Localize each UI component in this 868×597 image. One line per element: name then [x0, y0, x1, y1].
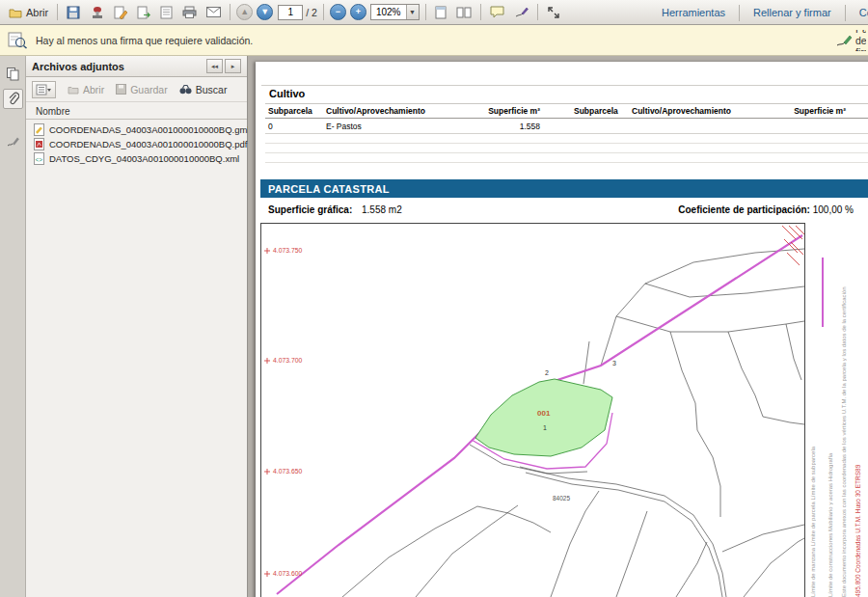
fill-sign-button[interactable]: Rellenar y firmar	[744, 7, 841, 18]
save-attachment-icon	[116, 84, 126, 95]
attachment-search-button[interactable]: Buscar	[179, 84, 228, 95]
page-thumbnails-tab[interactable]	[3, 64, 23, 84]
toolbar-separator	[845, 5, 846, 21]
print-button[interactable]	[177, 3, 202, 22]
toolbar-separator	[57, 4, 58, 20]
parcela-catastral-banner: PARCELA CATASTRAL	[260, 179, 868, 198]
two-page-view-button[interactable]	[451, 3, 476, 22]
open-button-label: Abrir	[26, 7, 48, 18]
attachments-options-dropdown[interactable]	[32, 81, 56, 98]
page-total-label: / 2	[306, 7, 317, 18]
row-divider	[265, 143, 868, 144]
chevron-down-icon[interactable]: ▼	[406, 5, 419, 19]
binoculars-icon	[179, 84, 192, 95]
zoom-out-button[interactable]: −	[330, 4, 346, 20]
coeficiente-value: 100,00 %	[813, 204, 854, 215]
pages-icon	[6, 67, 20, 81]
document-area[interactable]: Cultivo Subparcela Cultivo/Aprovechamien…	[248, 56, 868, 597]
zoom-level-select[interactable]: 102% ▼	[370, 4, 420, 20]
row-divider	[265, 152, 868, 153]
superficie-grafica-label: Superficie gráfica:	[268, 204, 352, 215]
signature-message-bar: Hay al menos una firma que requiere vali…	[0, 25, 868, 56]
edit-page-button[interactable]	[109, 3, 132, 22]
toolbar-right-group: Herramientas Rellenar y firmar Comentari…	[652, 0, 868, 25]
stamp-button[interactable]	[86, 3, 109, 22]
northing-label: 4.073.700	[273, 357, 302, 364]
row-divider	[265, 162, 868, 163]
attachments-file-list: COORDENADAS_04003A001000010000BQ.gml COO…	[26, 120, 247, 166]
signature-panel-button[interactable]: Panel de firma	[835, 30, 866, 51]
attachments-panel: Archivos adjuntos ◂◂ ▸ Abrir Guardar Bus…	[26, 56, 248, 597]
main-toolbar: Abrir ▲ ▼ / 2 − + 102% ▼ Herramientas Re…	[0, 0, 868, 25]
col-superficie-right: Superficie m²	[757, 106, 846, 116]
manzana-label: 84025	[553, 495, 570, 502]
cadastral-map[interactable]: 4.073.750 4.073.700 4.073.650 4.073.600 …	[260, 223, 805, 597]
zoom-in-button[interactable]: +	[350, 4, 366, 20]
signature-icon	[6, 134, 20, 149]
attachment-open-button[interactable]: Abrir	[68, 84, 104, 95]
col-superficie-left: Superficie m²	[448, 106, 540, 116]
attachment-open-label: Abrir	[83, 84, 104, 95]
pdf-file-icon	[34, 138, 44, 150]
xml-file-icon: <>	[34, 152, 44, 165]
northing-label: 4.073.650	[273, 468, 302, 475]
svg-text:<>: <>	[36, 156, 43, 163]
document-button[interactable]	[155, 3, 177, 22]
next-page-button[interactable]: ▼	[257, 4, 273, 20]
attachment-file-name: DATOS_CDYG_04003A001000010000BQ.xml	[49, 153, 239, 164]
toolbar-separator	[480, 4, 481, 20]
attachments-tab[interactable]	[3, 89, 23, 109]
collapse-panel-button[interactable]: ◂◂	[206, 59, 223, 73]
row-cultivo: E- Pastos	[326, 122, 362, 131]
legend-column-1: Límite de manzana Límite de parcela Lími…	[810, 223, 816, 597]
open-button[interactable]: Abrir	[4, 3, 53, 22]
attachment-row-xml[interactable]: <> DATOS_CDYG_04003A001000010000BQ.xml	[26, 151, 247, 166]
gml-file-icon	[34, 123, 44, 136]
col-cultivo-left: Cultivo/Aprovechamiento	[326, 106, 425, 116]
toolbar-separator	[323, 4, 324, 20]
parcel-3-label: 3	[612, 360, 616, 366]
coeficiente-label-text: Coeficiente de participación:	[678, 204, 810, 215]
comment-bubble-button[interactable]	[485, 3, 509, 22]
signature-pen-icon	[835, 34, 853, 47]
parcela-banner-title: PARCELA CATASTRAL	[268, 183, 390, 195]
tools-button[interactable]: Herramientas	[652, 7, 735, 18]
save-button[interactable]	[62, 3, 86, 22]
export-button[interactable]	[132, 3, 155, 22]
table-line	[265, 103, 868, 104]
open-folder-icon	[9, 7, 22, 18]
sign-pen-button[interactable]	[509, 3, 533, 22]
previous-page-button[interactable]: ▲	[236, 4, 253, 20]
highlighted-parcel[interactable]	[475, 379, 612, 456]
signature-panel-label: Panel de firma	[855, 30, 866, 51]
attachment-save-button[interactable]: Guardar	[116, 84, 168, 95]
attachment-row-pdf[interactable]: COORDENADAS_04003A001000010000BQ.pdf	[26, 137, 247, 151]
page-number-input[interactable]	[278, 5, 303, 20]
content-area: Archivos adjuntos ◂◂ ▸ Abrir Guardar Bus…	[0, 56, 868, 597]
fullscreen-expand-button[interactable]	[542, 3, 565, 22]
table-line	[265, 118, 868, 119]
easting-coordinate-label: 495.800 Coordenadas U.T.M. Huso 30 ETRS8…	[854, 223, 861, 597]
col-subparcela-left: Subparcela	[268, 106, 312, 116]
signatures-tab[interactable]	[3, 131, 23, 151]
legend-column-2: Límite de construcciones Mobiliario y ac…	[827, 223, 833, 597]
row-subparcela: 0	[268, 122, 273, 131]
attachment-file-name: COORDENADAS_04003A001000010000BQ.pdf	[49, 139, 247, 149]
attachment-file-name: COORDENADAS_04003A001000010000BQ.gml	[49, 124, 250, 135]
attachments-panel-header: Archivos adjuntos ◂◂ ▸	[26, 56, 247, 77]
coeficiente-line: Coeficiente de participación: 100,00 %	[622, 204, 854, 215]
toolbar-separator	[739, 5, 740, 21]
superficie-grafica-label-text: Superficie gráfica:	[268, 204, 352, 215]
email-button[interactable]	[202, 3, 226, 22]
row-divider	[265, 133, 868, 134]
attachments-column-header[interactable]: Nombre	[26, 102, 247, 120]
paperclip-icon	[7, 92, 19, 106]
pdf-page: Cultivo Subparcela Cultivo/Aprovechamien…	[256, 62, 868, 597]
toolbar-separator	[425, 4, 426, 20]
single-page-view-button[interactable]	[430, 3, 451, 22]
attachment-row-gml[interactable]: COORDENADAS_04003A001000010000BQ.gml	[26, 122, 247, 137]
panel-menu-button[interactable]: ▸	[225, 59, 241, 73]
legend-column-3: Este documento incorpora anexos con las …	[841, 223, 847, 597]
cultivo-section-title: Cultivo	[269, 88, 305, 99]
comment-panel-button[interactable]: Comentario	[850, 7, 868, 18]
